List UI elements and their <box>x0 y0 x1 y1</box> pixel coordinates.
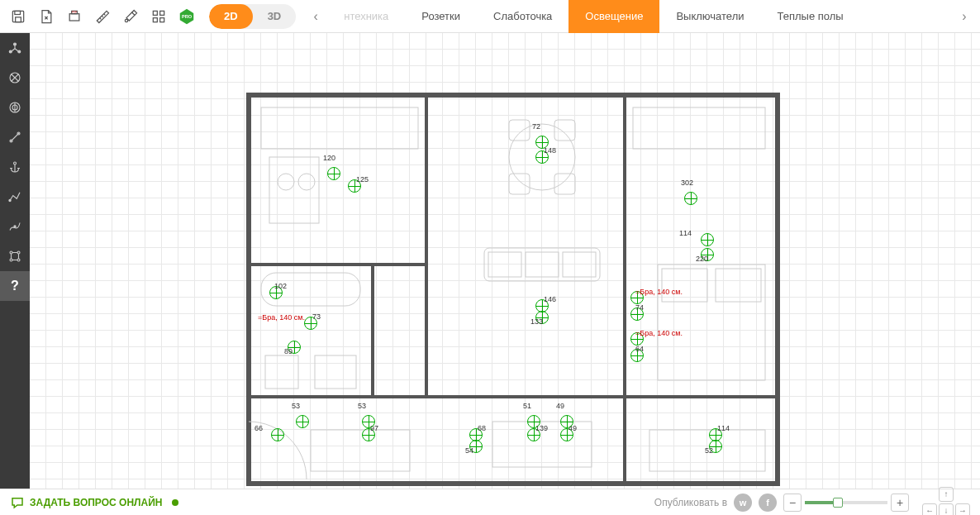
svg-rect-54 <box>716 269 761 302</box>
svg-point-14 <box>9 50 12 53</box>
light-marker-25[interactable]: 64 <box>630 349 644 362</box>
pan-left-button[interactable]: ← <box>922 503 937 516</box>
spline-tool[interactable] <box>0 212 30 241</box>
light-marker-17[interactable]: 49 <box>560 428 573 441</box>
light-marker-23[interactable]: 74 <box>630 308 644 321</box>
svg-rect-53 <box>662 269 707 302</box>
blocks-icon[interactable] <box>145 2 173 31</box>
view-toggle: 2D 3D <box>209 4 296 29</box>
light-marker-3[interactable]: 102 <box>269 286 283 299</box>
polyline-tool[interactable] <box>0 182 30 212</box>
tab-1[interactable]: Розетки <box>405 0 477 33</box>
top-toolbar: PDF PRO 2D 3D ‹ нтехникаРозеткиСлаботочк… <box>0 0 980 33</box>
light-marker-20[interactable]: 302 <box>684 192 697 205</box>
svg-point-38 <box>278 174 294 190</box>
light-marker-15[interactable]: 139 <box>527 428 540 441</box>
new-page-icon[interactable] <box>32 2 60 31</box>
zoom-slider[interactable] <box>805 501 887 504</box>
pan-right-button[interactable]: → <box>955 503 970 516</box>
light-marker-0[interactable]: 120 <box>327 167 340 180</box>
share-fb-button[interactable]: f <box>759 494 777 512</box>
svg-point-25 <box>17 251 20 254</box>
pan-controls: ↑ ← ↓ → <box>922 487 970 516</box>
tab-3[interactable]: Освещение <box>568 0 659 33</box>
svg-rect-49 <box>488 252 521 277</box>
connector-tool[interactable] <box>0 122 30 152</box>
light-marker-14[interactable]: 133 <box>535 311 549 324</box>
tab-2[interactable]: Слаботочка <box>477 0 568 33</box>
light-marker-10[interactable]: 54 <box>469 440 483 453</box>
light-marker-27[interactable]: 52 <box>709 440 722 453</box>
svg-point-26 <box>10 259 12 261</box>
svg-rect-55 <box>633 107 765 149</box>
svg-rect-46 <box>509 174 530 194</box>
svg-rect-56 <box>311 430 410 471</box>
floorplan: 12012573=Бра, 140 см.1028953669753685472… <box>245 74 782 488</box>
ask-label: ЗАДАТЬ ВОПРОС ОНЛАЙН <box>30 497 162 508</box>
light-marker-1[interactable]: 125 <box>348 179 361 193</box>
light-marker-24[interactable]: =Бра, 140 см. <box>630 332 644 346</box>
tabs-prev[interactable]: ‹ <box>304 9 327 24</box>
tools-icon[interactable] <box>117 2 145 31</box>
view-3d-button[interactable]: 3D <box>253 4 297 29</box>
svg-rect-1 <box>15 11 21 14</box>
publish-label: Опубликовать в <box>654 497 727 508</box>
ask-question-button[interactable]: ЗАДАТЬ ВОПРОС ОНЛАЙН <box>10 495 178 510</box>
svg-rect-41 <box>265 355 298 389</box>
junction-tool[interactable] <box>0 33 30 63</box>
svg-point-27 <box>17 259 20 261</box>
pan-up-button[interactable]: ↑ <box>939 487 954 502</box>
tab-4[interactable]: Выключатели <box>659 0 760 33</box>
svg-rect-2 <box>16 17 21 21</box>
zoom-out-button[interactable]: − <box>783 494 802 512</box>
svg-rect-47 <box>554 174 575 194</box>
svg-point-39 <box>298 174 315 190</box>
light-marker-6[interactable]: 66 <box>271 428 284 441</box>
measure-icon[interactable] <box>88 2 117 31</box>
light-marker-18[interactable]: 49 <box>560 415 573 428</box>
light-marker-8[interactable]: 53 <box>362 415 375 428</box>
light-marker-16[interactable]: 51 <box>527 415 540 428</box>
help-button[interactable]: ? <box>0 271 30 301</box>
light-marker-5[interactable]: 53 <box>296 415 309 428</box>
zoom-in-button[interactable]: + <box>891 494 909 512</box>
bottom-bar: ЗАДАТЬ ВОПРОС ОНЛАЙН Опубликовать в w f … <box>0 489 980 515</box>
svg-point-22 <box>9 199 11 201</box>
light-marker-22[interactable]: =Бра, 140 см. <box>630 291 644 304</box>
svg-rect-9 <box>153 17 157 21</box>
save-icon[interactable] <box>4 2 32 31</box>
svg-point-21 <box>14 162 17 165</box>
svg-rect-8 <box>160 11 164 15</box>
svg-text:PRO: PRO <box>182 13 193 18</box>
circle-tool[interactable] <box>0 63 30 93</box>
svg-rect-45 <box>554 120 575 141</box>
light-marker-7[interactable]: 97 <box>362 428 375 441</box>
svg-rect-51 <box>563 252 596 277</box>
svg-rect-3 <box>69 13 79 20</box>
pan-down-button[interactable]: ↓ <box>939 503 954 516</box>
pdf-export-icon[interactable]: PDF <box>60 2 88 31</box>
pro-badge[interactable]: PRO <box>178 7 196 26</box>
anchor-tool[interactable] <box>0 152 30 182</box>
svg-rect-10 <box>160 17 164 21</box>
online-indicator <box>172 499 178 506</box>
svg-point-24 <box>10 251 12 254</box>
view-2d-button[interactable]: 2D <box>209 4 253 29</box>
zoom-controls: − + <box>783 494 909 512</box>
svg-point-23 <box>14 226 16 227</box>
tab-0[interactable]: нтехника <box>327 0 405 33</box>
light-marker-2[interactable]: 73=Бра, 140 см. <box>304 317 317 330</box>
left-sidebar: ? <box>0 33 30 489</box>
tab-5[interactable]: Теплые полы <box>761 0 860 33</box>
branch-tool[interactable] <box>0 241 30 271</box>
share-vk-button[interactable]: w <box>734 494 752 512</box>
spiral-tool[interactable] <box>0 93 30 122</box>
svg-text:PDF: PDF <box>72 10 78 13</box>
light-marker-21[interactable]: 220 <box>701 248 714 261</box>
light-marker-12[interactable]: 148 <box>535 150 549 164</box>
floorplan-canvas[interactable]: 12012573=Бра, 140 см.1028953669753685472… <box>30 33 980 489</box>
tabs-next[interactable]: › <box>953 9 976 24</box>
light-marker-19[interactable]: 114 <box>701 233 714 246</box>
svg-rect-44 <box>509 120 530 141</box>
light-marker-4[interactable]: 89 <box>288 341 301 354</box>
